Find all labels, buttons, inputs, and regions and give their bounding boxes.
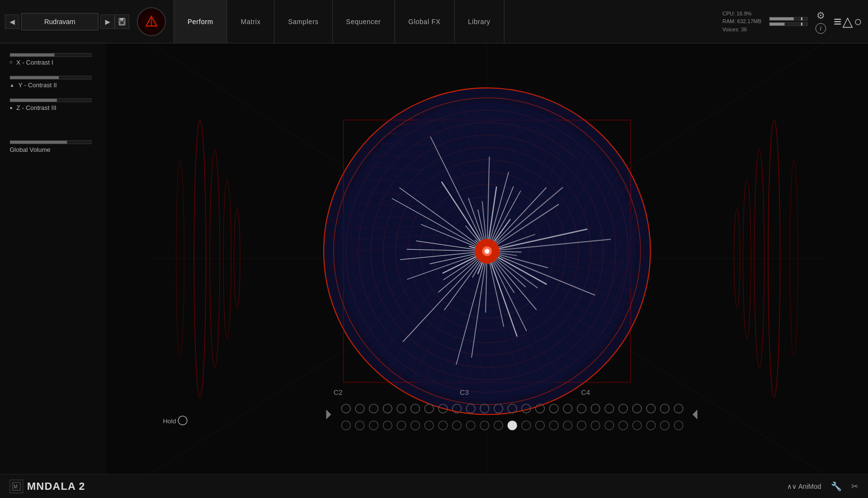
- app-logo: M MNDALA 2: [10, 480, 85, 493]
- svg-marker-162: [326, 410, 331, 420]
- cpu-bars: [769, 17, 808, 26]
- svg-point-200: [494, 421, 502, 430]
- bottom-right: ∧∨ AniMod 🔧 ✂: [787, 481, 858, 492]
- svg-point-201: [508, 421, 516, 430]
- svg-point-204: [549, 421, 558, 430]
- svg-point-213: [674, 421, 683, 430]
- header: ◀ Rudravam ▶ Perform Matrix Samplers Seq…: [0, 0, 868, 43]
- svg-point-179: [549, 404, 558, 413]
- svg-point-183: [605, 404, 613, 413]
- svg-point-207: [591, 421, 600, 430]
- svg-point-169: [411, 404, 420, 413]
- visualization-area[interactable]: C2 C3 C4 Hold // Draw spiral web c: [106, 43, 868, 474]
- brand-logo: [137, 7, 166, 36]
- tab-matrix[interactable]: Matrix: [227, 0, 274, 43]
- svg-point-191: [369, 421, 378, 430]
- svg-point-203: [536, 421, 544, 430]
- svg-point-182: [591, 404, 600, 413]
- x-contrast-text: X - Contrast I: [16, 59, 54, 66]
- svg-point-187: [660, 404, 669, 413]
- y-contrast-icon: ▲: [10, 82, 14, 88]
- svg-point-193: [397, 421, 406, 430]
- svg-point-181: [577, 404, 586, 413]
- logo-box: M: [10, 480, 23, 493]
- svg-marker-163: [692, 410, 697, 420]
- svg-point-211: [647, 421, 655, 430]
- svg-point-199: [480, 421, 489, 430]
- x-contrast-label: = X - Contrast I: [10, 59, 96, 66]
- svg-point-205: [563, 421, 572, 430]
- global-volume-slider[interactable]: [10, 140, 92, 144]
- svg-point-166: [369, 404, 378, 413]
- svg-point-180: [563, 404, 572, 413]
- svg-text:C4: C4: [581, 389, 590, 396]
- svg-point-189: [341, 421, 350, 430]
- settings-icon[interactable]: ⚙: [816, 10, 825, 21]
- svg-point-185: [633, 404, 641, 413]
- animod-label: ∧∨ AniMod: [787, 483, 821, 490]
- left-panel: = X - Contrast I ▲ Y - Contrast II: [0, 43, 106, 474]
- svg-point-168: [397, 404, 406, 413]
- svg-point-194: [411, 421, 420, 430]
- scissors-icon[interactable]: ✂: [851, 481, 858, 492]
- global-volume-label: Global Volume: [10, 146, 96, 153]
- x-contrast-control: = X - Contrast I: [10, 53, 96, 66]
- tab-sequencer[interactable]: Sequencer: [333, 0, 395, 43]
- preset-name[interactable]: Rudravam: [21, 13, 98, 30]
- y-contrast-label: ▲ Y - Contrast II: [10, 81, 96, 89]
- info-icon[interactable]: i: [815, 23, 826, 34]
- svg-point-195: [425, 421, 434, 430]
- main-nav: Perform Matrix Samplers Sequencer Global…: [174, 0, 722, 43]
- bottom-bar: M MNDALA 2 ∧∨ AniMod 🔧 ✂: [0, 474, 868, 498]
- svg-point-167: [383, 404, 392, 413]
- brand-marks: ≡△○: [834, 13, 863, 29]
- visualizer-svg: C2 C3 C4 Hold: [106, 43, 868, 474]
- voices-label: Voices: 36: [722, 26, 761, 34]
- svg-point-206: [577, 421, 586, 430]
- svg-text:Hold: Hold: [163, 417, 176, 425]
- svg-point-210: [633, 421, 641, 430]
- tab-samplers[interactable]: Samplers: [274, 0, 332, 43]
- save-button[interactable]: [115, 14, 129, 29]
- svg-point-164: [341, 404, 350, 413]
- svg-point-190: [355, 421, 364, 430]
- svg-point-188: [674, 404, 683, 413]
- svg-text:M: M: [14, 484, 17, 489]
- svg-point-165: [355, 404, 364, 413]
- cpu-label: CPU: 16.9%: [722, 10, 761, 18]
- prev-preset-button[interactable]: ◀: [5, 14, 19, 29]
- cpu-bar-1: [769, 17, 808, 21]
- main-content: = X - Contrast I ▲ Y - Contrast II: [0, 43, 868, 498]
- tab-perform[interactable]: Perform: [174, 0, 227, 43]
- svg-point-208: [605, 421, 613, 430]
- y-contrast-slider[interactable]: [10, 76, 92, 80]
- z-contrast-icon: ●: [10, 105, 13, 110]
- svg-point-158: [485, 249, 489, 254]
- y-contrast-text: Y - Contrast II: [18, 81, 57, 89]
- animod-prefix: ∧∨: [787, 483, 797, 490]
- x-contrast-slider[interactable]: [10, 53, 92, 57]
- svg-point-196: [438, 421, 447, 430]
- svg-point-192: [383, 421, 392, 430]
- x-contrast-icon: =: [10, 60, 13, 65]
- next-preset-button[interactable]: ▶: [100, 14, 115, 29]
- header-right: CPU: 16.9% RAM: 632.17MB Voices: 36 ⚙ i …: [722, 10, 863, 34]
- z-contrast-text: Z - Contrast III: [16, 104, 56, 111]
- svg-point-184: [619, 404, 627, 413]
- svg-text:C2: C2: [334, 389, 342, 396]
- cpu-bar-2: [769, 22, 808, 26]
- wrench-icon[interactable]: 🔧: [831, 481, 841, 492]
- svg-point-215: [178, 416, 187, 425]
- svg-point-197: [452, 421, 461, 430]
- svg-point-186: [647, 404, 655, 413]
- z-contrast-label: ● Z - Contrast III: [10, 104, 96, 111]
- tab-globalfx[interactable]: Global FX: [395, 0, 455, 43]
- svg-point-202: [522, 421, 530, 430]
- svg-text:C3: C3: [460, 389, 469, 396]
- tab-library[interactable]: Library: [455, 0, 504, 43]
- z-contrast-slider[interactable]: [10, 98, 92, 102]
- svg-point-198: [466, 421, 475, 430]
- global-volume-control: Global Volume: [10, 140, 96, 153]
- app-name: MNDALA 2: [27, 480, 85, 493]
- z-contrast-control: ● Z - Contrast III: [10, 98, 96, 111]
